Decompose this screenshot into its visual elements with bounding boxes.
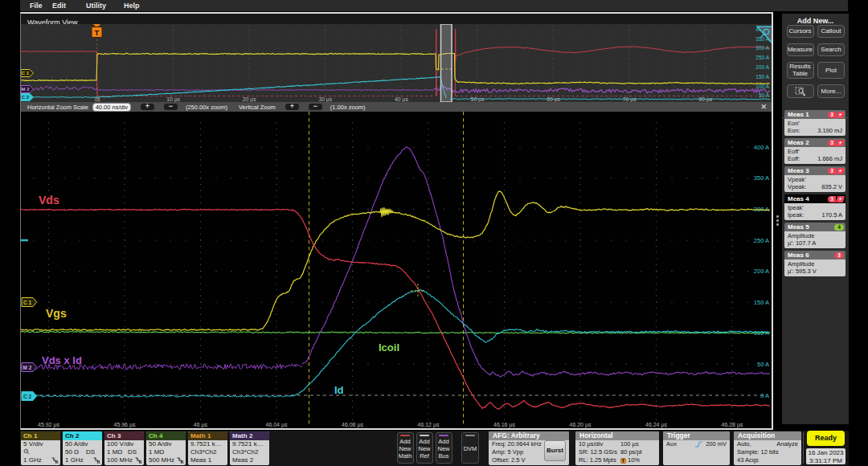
- h-zoom-plus-button[interactable]: +: [141, 104, 154, 110]
- main-y-label: 350 A: [754, 174, 769, 182]
- measurement-badge-5[interactable]: Meas 54Amplitude µ': 107.7 A: [784, 223, 845, 248]
- acquisition-panel[interactable]: Acquisition Auto, Analyze Sample: 12 bit…: [734, 431, 801, 465]
- zoom-select-icon: [795, 86, 806, 96]
- waveform-trace-ch2-ramp-pre: [21, 51, 96, 52]
- meas-title: Meas 13+: [784, 110, 845, 119]
- measurement-badge-3[interactable]: Meas 33+Vpeak' Vpeak:835.2 V: [784, 166, 845, 192]
- channel-termination: 1 MΩ DS: [107, 448, 144, 456]
- measurement-badge-4[interactable]: Meas 43+Ipeak' Ipeak:170.5 A: [784, 194, 845, 220]
- meas-nav-icon[interactable]: 3+: [828, 112, 844, 118]
- main-x-label: 46.20 µs: [570, 422, 592, 428]
- meas-name: Amplitude: [788, 232, 842, 239]
- menu-help[interactable]: Help: [124, 2, 140, 10]
- add-new-bus-button[interactable]: AddNewBus: [436, 432, 452, 464]
- meas-name: Eon': [788, 120, 842, 127]
- overview-x-label: 80 µs: [698, 96, 712, 102]
- datetime-display: 16 Jan 2023 3:31:17 PM: [806, 448, 845, 464]
- main-waveform-plot[interactable]: 400 A350 A300 A250 A200 A150 A100 A50 A0…: [21, 112, 772, 428]
- add-new-zoom-select-button[interactable]: [787, 84, 814, 98]
- meas-key: Eon:: [788, 127, 800, 134]
- trace-label-vgs: Vgs: [46, 307, 67, 320]
- meas-nav-icon[interactable]: 3+: [828, 168, 844, 174]
- trigger-level: 200 mV: [706, 440, 727, 449]
- channel-badge-math1[interactable]: Math 19.7521 k…Ch3*Ch2Meas 1: [188, 431, 227, 465]
- channel-badge-ch1[interactable]: Ch 15 V/div1 GHz: [21, 431, 60, 465]
- trigger-position-icon: [620, 458, 626, 464]
- add-new-plot-button[interactable]: Plot: [817, 62, 845, 79]
- measurement-badge-1[interactable]: Meas 13+Eon' Eon:3.190 mJ: [784, 110, 845, 136]
- meas-value: 835.2 V: [821, 183, 842, 190]
- channel-badge-ch3[interactable]: Ch 3100 V/div1 MΩ DS100 MHz: [104, 431, 144, 465]
- rising-edge-icon: [694, 441, 703, 448]
- add-new-title: Add New...: [782, 17, 849, 25]
- channel-badge-title: Math 1: [188, 431, 227, 440]
- channel-badge-ch4[interactable]: Ch 450 A/div1 MΩ500 MHz: [146, 431, 186, 465]
- meas-title: Meas 43+: [784, 194, 845, 203]
- trigger-panel[interactable]: Trigger Aux 200 mV: [663, 431, 730, 465]
- meas-title: Meas 23+: [784, 138, 845, 147]
- add-new-cursors-button[interactable]: Cursors: [787, 25, 814, 38]
- waveform-view-tab[interactable]: Waveform View: [21, 14, 772, 24]
- overview-x-label: 20 µs: [243, 96, 256, 102]
- channel-badge-body: 100 V/div1 MΩ DS100 MHz: [104, 440, 144, 465]
- main-y-label: 150 A: [754, 299, 769, 306]
- meas-key: Eoff:: [788, 155, 800, 162]
- trigger-title: Trigger: [663, 431, 730, 440]
- zoom-close-icon[interactable]: ✕: [760, 103, 767, 111]
- add-new-measure-button[interactable]: Measure: [787, 43, 814, 56]
- h-zoom-minus-button[interactable]: −: [164, 104, 178, 110]
- trace-label-vds-x-id: Vds x Id: [42, 354, 82, 366]
- bandwidth-icon: [51, 457, 59, 464]
- measurement-badge-2[interactable]: Meas 23+Eoff' Eoff:1.666 mJ: [784, 138, 845, 164]
- horizontal-scale: 10 µs/div100 µs: [579, 440, 656, 448]
- main-x-label: 46.04 µs: [266, 422, 288, 428]
- bandwidth-icon: [93, 457, 100, 464]
- bandwidth-icon: [135, 457, 142, 464]
- channel-termination: 50 Ω DS: [65, 448, 102, 456]
- horizontal-recordlength: RL: 1.25 Mpts10%: [579, 456, 656, 464]
- v-zoom-plus-button[interactable]: +: [285, 104, 299, 110]
- run-status-button[interactable]: Ready: [807, 431, 845, 446]
- drag-handle-icon[interactable]: [776, 215, 780, 227]
- channel-badge-ch2[interactable]: Ch 250 A/div50 Ω DS1 GHz: [63, 431, 102, 465]
- measurement-badge-6[interactable]: Meas 63Amplitude µ': 595.3 V: [784, 251, 845, 276]
- add-new-ref-button[interactable]: AddNewRef: [416, 432, 433, 464]
- meas-nav-icon[interactable]: 3+: [828, 140, 844, 146]
- channel-badge-title: Ch 4: [146, 431, 186, 440]
- main-x-label: 46.24 µs: [645, 422, 667, 428]
- zoom-overview-plot[interactable]: 400 A350 A300 A250 A200 A150 A100 A50 A0…: [21, 24, 772, 102]
- v-zoom-minus-button[interactable]: −: [309, 104, 322, 110]
- add-new-results-table-button[interactable]: Results Table: [787, 62, 814, 79]
- meas-name: Amplitude: [788, 260, 842, 268]
- overview-x-label: 0s: [94, 96, 100, 102]
- main-x-label: 45.92 µs: [38, 422, 59, 428]
- add-new-more-button[interactable]: More...: [817, 84, 845, 98]
- burst-button[interactable]: Burst: [544, 440, 566, 461]
- channel-badge-math2[interactable]: Math 29.7521 k…Ch3*Ch2Meas 2: [230, 431, 269, 465]
- channel-termination: Ch3*Ch2: [190, 448, 227, 456]
- add-new-search-button[interactable]: Search: [817, 43, 845, 56]
- acquisition-count: 43 Acqs: [737, 456, 798, 464]
- menu-utility[interactable]: Utility: [86, 2, 124, 10]
- overview-x-label: 50 µs: [471, 96, 485, 102]
- meas-body: Ipeak' Ipeak:170.5 A: [784, 203, 845, 220]
- menu-file[interactable]: File: [30, 2, 52, 10]
- overview-y-label: 250 A: [755, 55, 769, 60]
- channel-badge-title: Ch 1: [21, 431, 60, 440]
- meas-body: Eon' Eon:3.190 mJ: [784, 119, 845, 136]
- meas-name: Vpeak': [788, 176, 842, 183]
- add-new-callout-button[interactable]: Callout: [817, 25, 845, 38]
- meas-nav-icon[interactable]: 3+: [828, 196, 844, 202]
- h-zoom-scale-input[interactable]: 40.00 ns/div: [92, 103, 131, 112]
- menu-edit[interactable]: Edit: [52, 2, 86, 10]
- horizontal-panel[interactable]: Horizontal 10 µs/div100 µs SR: 12.5 GS/s…: [575, 431, 659, 465]
- trigger-source: Aux: [666, 440, 677, 448]
- add-new-math-button[interactable]: AddNewMath: [397, 432, 414, 464]
- zoom-window-box[interactable]: [441, 24, 452, 102]
- overview-x-label: 40 µs: [395, 96, 408, 102]
- channel-marker-label: M 2: [21, 87, 30, 92]
- meas-key: µ': 595.3 V: [788, 268, 842, 275]
- meas-body: Amplitude µ': 595.3 V: [784, 260, 845, 276]
- v-zoom-readout: (1.00x zoom): [330, 104, 366, 111]
- dvm-button[interactable]: DVM: [461, 432, 479, 464]
